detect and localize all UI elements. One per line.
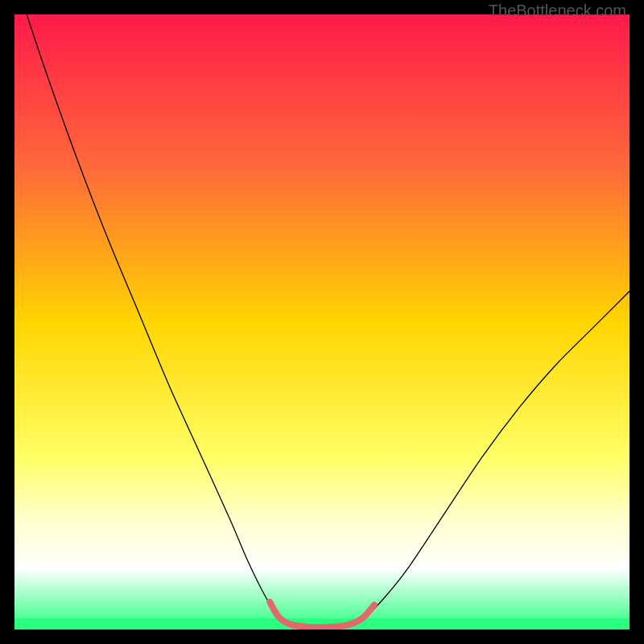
chart-svg — [14, 14, 630, 630]
watermark-text: TheBottleneck.com — [489, 2, 626, 20]
chart-background — [14, 14, 630, 630]
bottleneck-chart — [14, 14, 630, 630]
